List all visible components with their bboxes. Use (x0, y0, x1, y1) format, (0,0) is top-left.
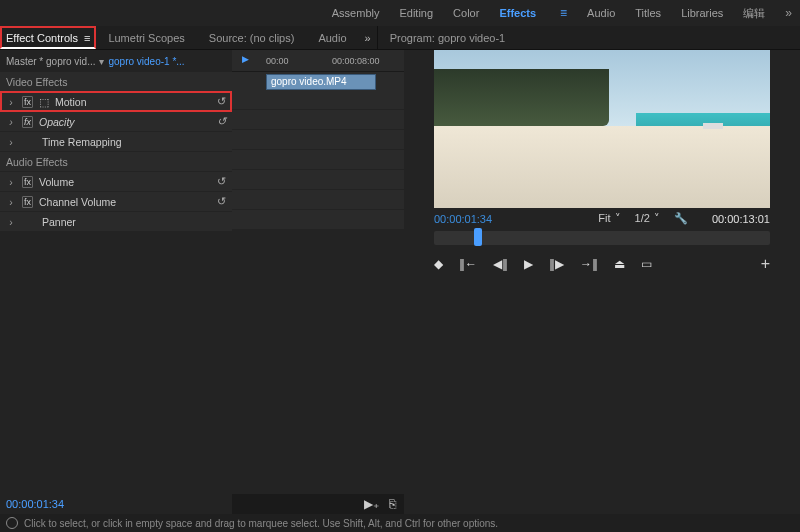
fit-dropdown[interactable]: Fit ˅ (598, 212, 620, 225)
twirl-icon[interactable]: › (6, 136, 16, 148)
tab-effect-controls-label: Effect Controls (6, 32, 78, 44)
fx-badge: fx (22, 196, 33, 208)
extract-icon[interactable]: ▭ (641, 257, 652, 271)
tab-source[interactable]: Source: (no clips) (197, 26, 307, 49)
effect-opacity-label: Opacity (39, 116, 75, 128)
tab-lumetri-label: Lumetri Scopes (108, 32, 184, 44)
wrench-icon[interactable]: 🔧 (674, 212, 688, 225)
fx-badge: fx (22, 176, 33, 188)
fit-label: Fit (598, 212, 610, 225)
twirl-icon[interactable]: › (6, 176, 16, 188)
fx-badge: fx (22, 116, 33, 128)
effect-keyframe-ruler[interactable]: ▶ 00:00 00:00:08:00 (232, 50, 404, 72)
effect-channel-volume[interactable]: › fx Channel Volume ↺ (0, 192, 232, 212)
reset-icon[interactable]: ↺ (217, 115, 226, 128)
effect-time-remapping[interactable]: › Time Remapping (0, 132, 232, 152)
hamburger-icon[interactable]: ≡ (84, 32, 90, 44)
ws-editing[interactable]: Editing (399, 7, 433, 19)
ws-color[interactable]: Color (453, 7, 479, 19)
effect-timeremap-label: Time Remapping (42, 136, 122, 148)
ws-assembly[interactable]: Assembly (332, 7, 380, 19)
crumb-clip[interactable]: gopro video-1 *... (108, 56, 184, 67)
twirl-icon[interactable]: › (6, 216, 16, 228)
effect-chvol-label: Channel Volume (39, 196, 116, 208)
ruler-tick: 00:00 (266, 56, 289, 66)
tab-program[interactable]: Program: gopro video-1 (377, 26, 518, 49)
play-icon[interactable]: ▶ (524, 257, 533, 271)
hamburger-icon[interactable]: ≡ (560, 6, 567, 20)
effect-volume-label: Volume (39, 176, 74, 188)
group-audio-label: Audio Effects (6, 156, 68, 168)
zoom-label: 1/2 (635, 212, 650, 225)
highlight-box (0, 91, 232, 112)
effect-clip-bar[interactable]: gopro video.MP4 (266, 74, 376, 90)
tab-audio-label: Audio (318, 32, 346, 44)
reset-icon[interactable]: ↺ (217, 175, 226, 188)
mark-in-icon[interactable]: ‖← (459, 257, 477, 271)
group-audio-effects: Audio Effects (0, 152, 232, 172)
ws-edit-cn[interactable]: 编辑 (743, 6, 765, 21)
program-monitor[interactable] (434, 50, 770, 208)
tab-audio[interactable]: Audio (306, 26, 358, 49)
tab-program-label: Program: gopro video-1 (390, 32, 506, 44)
status-text: Click to select, or click in empty space… (24, 518, 498, 529)
cursor-icon (6, 517, 18, 529)
lift-icon[interactable]: ⏏ (614, 257, 625, 271)
zoom-dropdown[interactable]: 1/2 ˅ (635, 212, 660, 225)
ws-effects[interactable]: Effects (499, 7, 536, 19)
group-video-label: Video Effects (6, 76, 68, 88)
overflow-icon[interactable]: » (785, 6, 792, 20)
effect-opacity[interactable]: › fx Opacity ↺ (0, 112, 232, 132)
export-frame-icon[interactable]: ⎘ (389, 497, 396, 511)
reset-icon[interactable]: ↺ (217, 195, 226, 208)
tab-lumetri-scopes[interactable]: Lumetri Scopes (96, 26, 196, 49)
playhead-icon[interactable]: ▶ (242, 54, 249, 64)
program-duration: 00:00:13:01 (712, 213, 770, 225)
effect-motion[interactable]: › fx ⬚ Motion ↺ (0, 92, 232, 112)
mark-out-icon[interactable]: →‖ (580, 257, 598, 271)
ws-titles[interactable]: Titles (635, 7, 661, 19)
twirl-icon[interactable]: › (6, 196, 16, 208)
twirl-icon[interactable]: › (6, 116, 16, 128)
ws-audio[interactable]: Audio (587, 7, 615, 19)
effect-panner[interactable]: › Panner (0, 212, 232, 232)
tab-source-label: Source: (no clips) (209, 32, 295, 44)
marker-icon[interactable]: ◆ (434, 257, 443, 271)
sort-icon[interactable]: ▶₊ (364, 497, 379, 511)
group-video-effects: Video Effects (0, 72, 232, 92)
effect-playhead-time[interactable]: 00:00:01:34 (0, 494, 232, 514)
add-button-icon[interactable]: + (761, 255, 770, 273)
ws-libraries[interactable]: Libraries (681, 7, 723, 19)
step-fwd-icon[interactable]: ‖▶ (549, 257, 564, 271)
effect-breadcrumb: Master * gopro vid... ▾ gopro video-1 *.… (0, 50, 232, 72)
overflow-icon[interactable]: » (359, 32, 377, 44)
effect-panner-label: Panner (42, 216, 76, 228)
ruler-tick: 00:00:08:00 (332, 56, 380, 66)
step-back-icon[interactable]: ◀‖ (493, 257, 508, 271)
tab-effect-controls[interactable]: Effect Controls ≡ (0, 26, 96, 49)
scrubber-playhead[interactable] (474, 228, 482, 246)
program-scrubber[interactable] (434, 231, 770, 245)
crumb-master: Master * gopro vid... (6, 56, 95, 67)
effect-volume[interactable]: › fx Volume ↺ (0, 172, 232, 192)
program-timecode[interactable]: 00:00:01:34 (434, 213, 492, 225)
